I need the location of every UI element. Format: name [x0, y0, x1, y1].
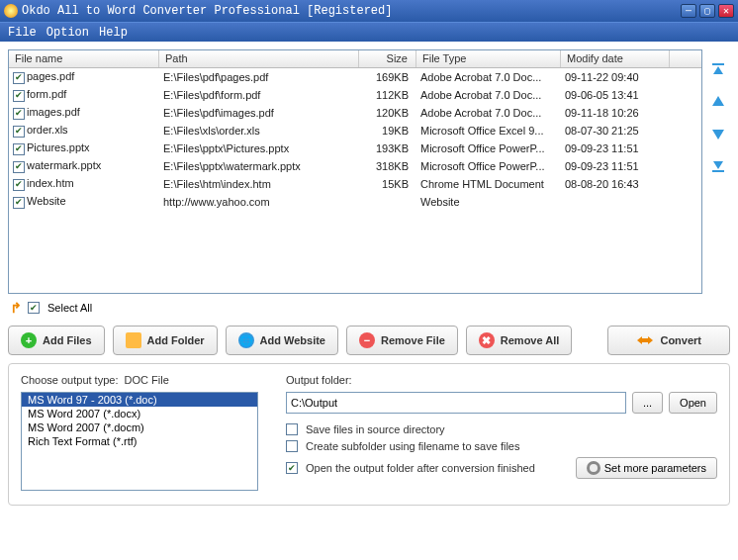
gear-icon — [587, 461, 600, 475]
convert-button[interactable]: Convert — [607, 326, 730, 355]
svg-marker-2 — [712, 96, 724, 106]
row-checkbox[interactable] — [13, 161, 25, 173]
open-after-label: Open the output folder after conversion … — [306, 462, 535, 474]
output-folder-label: Output folder: — [286, 374, 717, 386]
table-row[interactable]: form.pdfE:\Files\pdf\form.pdf112KBAdobe … — [9, 86, 701, 104]
col-type[interactable]: File Type — [416, 50, 561, 67]
table-row[interactable]: Pictures.pptxE:\Files\pptx\Pictures.pptx… — [9, 140, 701, 157]
svg-marker-3 — [712, 130, 724, 140]
output-type-item[interactable]: Rich Text Format (*.rtf) — [22, 434, 257, 448]
col-path[interactable]: Path — [159, 50, 359, 67]
svg-rect-5 — [712, 170, 724, 172]
plus-icon: + — [21, 332, 37, 348]
move-down-button[interactable] — [709, 125, 727, 142]
save-source-label: Save files in source directory — [306, 423, 445, 435]
table-row[interactable]: pages.pdfE:\Files\pdf\pages.pdf169KBAdob… — [9, 68, 701, 86]
choose-output-value: DOC File — [125, 374, 169, 386]
open-button[interactable]: Open — [669, 392, 717, 414]
menu-file[interactable]: File — [8, 26, 37, 40]
col-name[interactable]: File name — [9, 50, 159, 67]
output-type-item[interactable]: MS Word 2007 (*.docm) — [22, 420, 257, 434]
output-type-item[interactable]: MS Word 97 - 2003 (*.doc) — [22, 393, 257, 407]
menubar: File Option Help — [0, 22, 738, 42]
set-more-parameters-button[interactable]: Set more parameters — [576, 457, 717, 479]
folder-icon — [126, 332, 141, 348]
table-row[interactable]: watermark.pptxE:\Files\pptx\watermark.pp… — [9, 157, 701, 175]
choose-output-label: Choose output type: — [21, 374, 118, 386]
app-icon — [4, 4, 18, 18]
globe-icon: 🌐 — [238, 332, 254, 348]
table-row[interactable]: order.xlsE:\Files\xls\order.xls19KBMicro… — [9, 122, 701, 140]
create-subfolder-label: Create subfolder using filename to save … — [306, 440, 519, 452]
col-size[interactable]: Size — [359, 50, 416, 67]
titlebar: Okdo All to Word Converter Professional … — [0, 0, 738, 22]
row-checkbox[interactable] — [13, 126, 25, 138]
move-top-button[interactable] — [709, 61, 727, 79]
open-after-checkbox[interactable] — [286, 462, 298, 474]
minus-icon: − — [359, 332, 375, 348]
add-files-button[interactable]: +Add Files — [8, 326, 105, 355]
table-row[interactable]: images.pdfE:\Files\pdf\images.pdf120KBAd… — [9, 104, 701, 122]
row-checkbox[interactable] — [13, 197, 25, 209]
table-row[interactable]: Websitehttp://www.yahoo.comWebsite — [9, 193, 701, 211]
output-folder-input[interactable] — [286, 392, 626, 414]
up-arrow-icon: ↰ — [10, 300, 22, 316]
select-all-label: Select All — [47, 302, 92, 314]
remove-file-button[interactable]: −Remove File — [346, 326, 458, 355]
table-header: File name Path Size File Type Modify dat… — [9, 50, 701, 68]
remove-all-icon: ✖ — [479, 332, 495, 348]
row-checkbox[interactable] — [13, 179, 25, 191]
col-date[interactable]: Modify date — [561, 50, 670, 67]
close-button[interactable]: ✕ — [718, 4, 734, 18]
row-checkbox[interactable] — [13, 108, 25, 120]
move-bottom-button[interactable] — [709, 156, 727, 174]
menu-help[interactable]: Help — [99, 26, 128, 40]
remove-all-button[interactable]: ✖Remove All — [466, 326, 573, 355]
row-checkbox[interactable] — [13, 72, 25, 84]
row-checkbox[interactable] — [13, 143, 25, 155]
file-table: File name Path Size File Type Modify dat… — [8, 49, 702, 294]
reorder-arrows — [706, 49, 730, 294]
save-source-checkbox[interactable] — [286, 423, 298, 435]
output-type-item[interactable]: MS Word 2007 (*.docx) — [22, 407, 257, 420]
window-title: Okdo All to Word Converter Professional … — [22, 4, 681, 18]
menu-option[interactable]: Option — [46, 26, 89, 40]
move-up-button[interactable] — [709, 93, 727, 111]
convert-icon — [636, 334, 654, 346]
minimize-button[interactable]: ─ — [681, 4, 696, 18]
svg-rect-0 — [712, 63, 724, 65]
maximize-button[interactable]: ▢ — [699, 4, 715, 18]
create-subfolder-checkbox[interactable] — [286, 440, 298, 452]
select-all-checkbox[interactable] — [28, 302, 40, 314]
browse-button[interactable]: ... — [632, 392, 663, 414]
svg-marker-4 — [713, 161, 723, 169]
svg-marker-1 — [713, 66, 723, 74]
table-row[interactable]: index.htmE:\Files\htm\index.htm15KBChrom… — [9, 175, 701, 193]
row-checkbox[interactable] — [13, 90, 25, 102]
add-folder-button[interactable]: Add Folder — [113, 326, 218, 355]
add-website-button[interactable]: 🌐Add Website — [226, 326, 338, 355]
output-type-listbox[interactable]: MS Word 97 - 2003 (*.doc) MS Word 2007 (… — [21, 392, 258, 491]
